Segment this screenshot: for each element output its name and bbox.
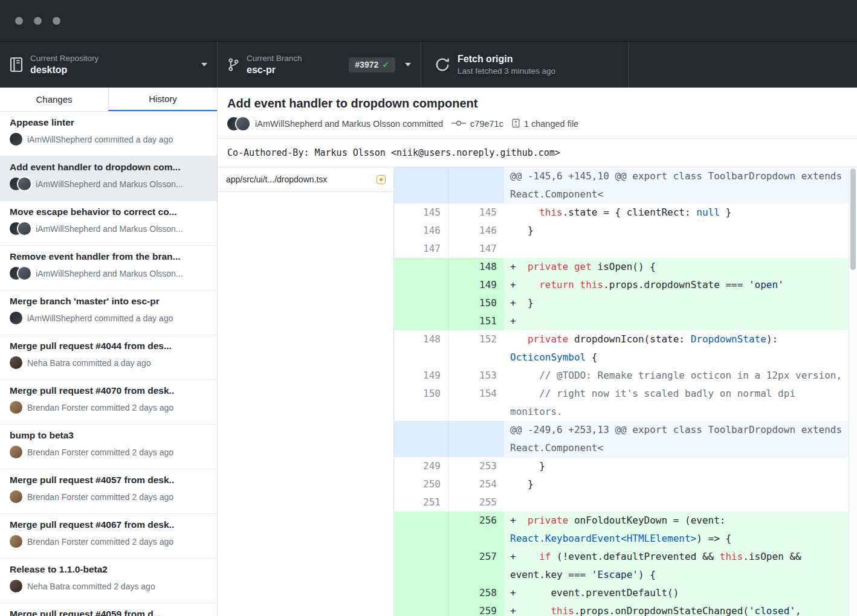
commit-summary: Add event handler to dropdown component … — [218, 88, 857, 139]
scrollbar-thumb[interactable] — [850, 168, 856, 270]
avatar — [10, 178, 31, 190]
diff-old-line-number — [394, 584, 448, 602]
commit-title: Remove event handler from the bran... — [10, 251, 207, 262]
list-item[interactable]: Move escape behavior to correct co... iA… — [0, 201, 217, 246]
commit-meta-text: Brendan Forster committed 2 days ago — [27, 492, 173, 502]
list-item[interactable]: Release to 1.1.0-beta2 Neha Batra commit… — [0, 559, 217, 603]
avatar — [10, 535, 22, 548]
commit-title: Merge branch 'master' into esc-pr — [10, 296, 207, 307]
list-item[interactable]: Merge pull request #4044 from des... Neh… — [0, 335, 217, 380]
diff-old-line-number: 251 — [394, 493, 448, 512]
fetch-origin-subtitle: Last fetched 3 minutes ago — [458, 66, 555, 75]
diff-line-row: 150154 // right now it's scaled badly on… — [394, 385, 857, 421]
diff-code: + return this.props.dropdownState === 'o… — [504, 276, 857, 294]
avatar — [10, 401, 22, 414]
avatar — [10, 133, 22, 146]
diff-new-line-number — [448, 167, 504, 204]
diff-new-line-number: 253 — [448, 457, 504, 475]
git-branch-icon — [227, 57, 239, 72]
diff-code: @@ -145,6 +145,10 @@ export class Toolba… — [504, 167, 857, 204]
diff-code: + event.preventDefault() — [504, 584, 857, 602]
commit-meta-text: Brendan Forster committed 2 days ago — [27, 537, 173, 547]
diff-code — [504, 240, 857, 258]
file-modified-icon — [377, 175, 386, 184]
repository-picker[interactable]: Current Repository desktop — [0, 42, 218, 88]
avatar — [10, 401, 22, 414]
diff-line-row: 150+ } — [394, 294, 857, 312]
diff-scrollbar[interactable] — [849, 167, 857, 616]
diff-code: @@ -249,6 +253,13 @@ export class Toolba… — [504, 421, 857, 457]
avatar — [227, 117, 250, 130]
commit-title: Appease linter — [10, 117, 207, 128]
diff-new-line-number: 146 — [448, 222, 504, 240]
list-item[interactable]: bump to beta3 Brendan Forster committed … — [0, 425, 217, 469]
diff-old-line-number: 149 — [394, 367, 448, 385]
list-item[interactable]: Merge pull request #4057 from desk.. Bre… — [0, 469, 217, 514]
list-item[interactable]: Merge pull request #4070 from desk.. Bre… — [0, 380, 217, 425]
window-minimize-button[interactable] — [34, 17, 42, 25]
avatar — [10, 312, 22, 324]
avatar — [10, 446, 22, 458]
diff-old-line-number — [394, 312, 448, 330]
diff-old-line-number: 145 — [394, 204, 448, 222]
diff-new-line-number: 145 — [448, 204, 504, 222]
repo-icon — [10, 57, 23, 72]
diff-line-row: 256+ private onFoldoutKeyDown = (event: … — [394, 512, 857, 548]
diff-code: this.state = { clientRect: null } — [504, 204, 857, 222]
fetch-origin-button[interactable]: Fetch origin Last fetched 3 minutes ago — [421, 42, 629, 88]
chevron-down-icon — [405, 63, 411, 66]
list-item[interactable]: Merge pull request #4059 from d... — [0, 603, 217, 616]
list-item[interactable]: Merge pull request #4067 from desk.. Bre… — [0, 514, 217, 559]
commit-item-meta: Brendan Forster committed 2 days ago — [10, 401, 207, 414]
diff-line-row: 251255 — [394, 493, 857, 512]
diff-old-line-number — [394, 421, 448, 457]
list-item[interactable]: Merge branch 'master' into esc-pr iAmWil… — [0, 290, 217, 335]
diff-new-line-number: 254 — [448, 475, 504, 493]
commit-title: Merge pull request #4067 from desk.. — [10, 519, 207, 530]
file-list-item[interactable]: app/src/ui/t.../dropdown.tsx — [218, 167, 393, 192]
diff-new-line-number: 148 — [448, 258, 504, 276]
commit-meta-text: iAmWillShepherd and Markus Olsson... — [36, 224, 183, 234]
diff-code: + private get isOpen() { — [504, 258, 857, 276]
fetch-origin-title: Fetch origin — [458, 54, 555, 65]
diff-line-row: 149+ return this.props.dropdownState ===… — [394, 276, 857, 294]
diff-code: + this.props.onDropdownStateChanged('clo… — [504, 602, 857, 616]
diff-old-line-number: 147 — [394, 240, 448, 258]
diff-new-line-number: 152 — [448, 330, 504, 367]
avatar — [10, 356, 22, 369]
commit-meta-text: iAmWillShepherd committed a day ago — [27, 135, 173, 144]
avatar — [10, 580, 22, 592]
content: Changes History Appease linter iAmWillSh… — [0, 88, 857, 616]
diff-old-line-number: 250 — [394, 475, 448, 493]
list-item[interactable]: Appease linter iAmWillShepherd committed… — [0, 112, 217, 156]
diff-code: } — [504, 457, 857, 475]
diff-line-row: 146146 } — [394, 222, 857, 240]
avatar — [10, 490, 22, 503]
diff-new-line-number — [448, 421, 504, 457]
titlebar — [0, 0, 857, 41]
changed-file-icon — [512, 118, 520, 130]
diff-old-line-number — [394, 167, 448, 204]
list-item[interactable]: Remove event handler from the bran... iA… — [0, 246, 217, 290]
diff-old-line-number — [394, 294, 448, 312]
diff-code: + if (!event.defaultPrevented && this.is… — [504, 548, 857, 584]
diff-hunk-row: @@ -249,6 +253,13 @@ export class Toolba… — [394, 421, 857, 457]
diff-line-row: 149153 // @TODO: Remake triangle octicon… — [394, 367, 857, 385]
window-zoom-button[interactable] — [53, 17, 60, 25]
diff-old-line-number: 148 — [394, 330, 448, 367]
diff-line-row: 151+ — [394, 312, 857, 330]
window-close-button[interactable] — [15, 17, 23, 25]
toolbar-spacer — [629, 42, 857, 88]
tab-history[interactable]: History — [108, 88, 217, 111]
commit-history-list: Appease linter iAmWillShepherd committed… — [0, 112, 217, 616]
list-item[interactable]: Add event handler to dropdown com... iAm… — [0, 156, 217, 201]
diff-line-row: 148+ private get isOpen() { — [394, 258, 857, 276]
branch-name: esc-pr — [247, 65, 302, 75]
commit-title: Merge pull request #4059 from d... — [10, 609, 207, 616]
commit-meta-text: iAmWillShepherd and Markus Olsson... — [36, 269, 183, 278]
branch-picker[interactable]: Current Branch esc-pr #3972 ✓ — [218, 42, 421, 88]
commit-item-meta: Brendan Forster committed 2 days ago — [10, 490, 207, 503]
tab-changes[interactable]: Changes — [0, 88, 108, 111]
commit-meta-text: Brendan Forster committed 2 days ago — [27, 448, 173, 457]
main-panel: Add event handler to dropdown component … — [218, 88, 857, 616]
